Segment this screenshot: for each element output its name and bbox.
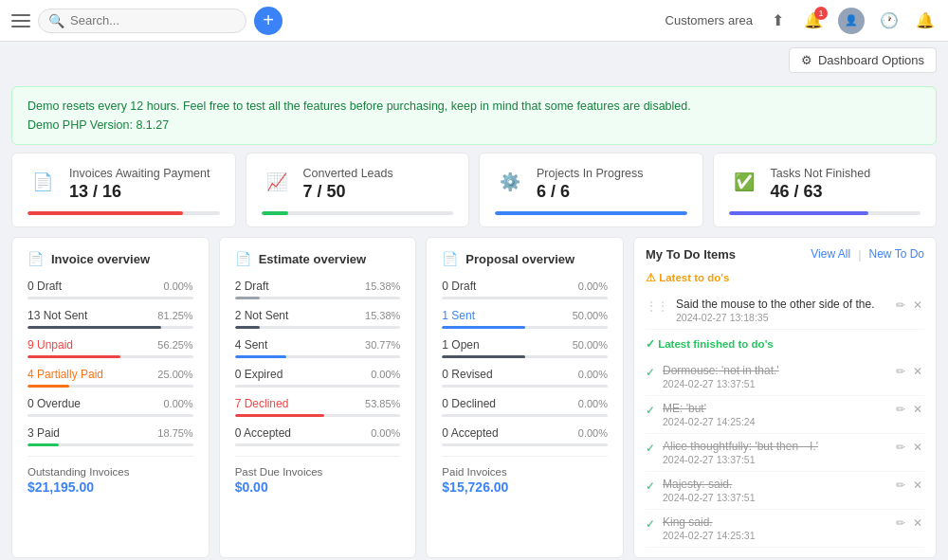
- nav-right: Customers area ⬆ 🔔 1 👤 🕐 🔔: [665, 8, 937, 34]
- finished-todo-text-4: King said.: [663, 515, 886, 529]
- overview-bar-1: [235, 326, 401, 329]
- finished-todo-date-0: 2024-02-27 13:37:51: [663, 378, 886, 389]
- overview-pct-1: 81.25%: [157, 310, 192, 321]
- finished-todo-edit-button-3[interactable]: ✏: [894, 478, 907, 493]
- card-title-icon: 📄: [442, 251, 458, 266]
- overview-row-0: 0 Draft 0.00%: [27, 280, 193, 293]
- latest-todo-item-0: ⋮⋮ Said the mouse to the other side of t…: [646, 292, 924, 330]
- finished-todo-delete-button-4[interactable]: ✕: [911, 515, 924, 531]
- overview-row-5: 3 Paid 18.75%: [27, 426, 193, 440]
- finished-todo-edit-button-2[interactable]: ✏: [894, 440, 907, 455]
- overview-pct-5: 0.00%: [371, 427, 400, 439]
- overview-footer: Outstanding Invoices $21,195.00: [27, 456, 193, 495]
- overview-bar-4: [442, 414, 608, 417]
- overview-bar-1: [27, 326, 193, 329]
- overview-label-0: 2 Draft: [235, 280, 269, 293]
- finished-todo-actions-4: ✏ ✕: [894, 515, 924, 531]
- overview-pct-4: 53.85%: [365, 398, 400, 409]
- overview-row-2: 9 Unpaid 56.25%: [27, 338, 193, 352]
- finished-todo-delete-button-0[interactable]: ✕: [911, 364, 924, 379]
- overview-bar-1: [442, 326, 608, 329]
- overview-label-2: 4 Sent: [235, 338, 268, 352]
- finished-todo-date-4: 2024-02-27 14:25:31: [663, 530, 886, 541]
- finished-todo-delete-button-2[interactable]: ✕: [911, 440, 924, 455]
- overview-row-3: 0 Revised 0.00%: [442, 368, 608, 381]
- view-all-link[interactable]: View All: [811, 247, 850, 262]
- overview-pct-4: 0.00%: [163, 398, 192, 409]
- overview-bar-2: [235, 355, 401, 358]
- stats-row: 📄 Invoices Awaiting Payment 13 / 16 📈 Co…: [0, 153, 948, 237]
- overview-pct-5: 18.75%: [157, 427, 192, 439]
- bell-badge: 1: [814, 7, 828, 20]
- search-input[interactable]: [70, 13, 222, 27]
- overview-pct-2: 50.00%: [573, 339, 608, 351]
- stat-card-1[interactable]: 📈 Converted Leads 7 / 50: [246, 153, 470, 227]
- todo-actions-0: ✏ ✕: [894, 298, 924, 313]
- overview-bar-0: [442, 297, 608, 299]
- overview-label-5: 0 Accepted: [235, 426, 291, 440]
- todo-text-block-0: Said the mouse to the other side of the.…: [676, 298, 886, 323]
- finished-todos-label: ✓ Latest finished to do's: [646, 337, 924, 351]
- invoice-overview-card: 📄 Invoice overview 0 Draft 0.00% 13 Not …: [11, 237, 210, 558]
- stat-card-2[interactable]: ⚙️ Projects In Progress 6 / 6: [479, 153, 703, 227]
- overview-label-3: 4 Partially Paid: [27, 368, 103, 381]
- overview-footer-value: $0.00: [235, 479, 401, 495]
- notification-icon[interactable]: 🔔: [914, 9, 937, 32]
- stat-bar-0: [27, 211, 220, 215]
- overview-bar-0: [27, 297, 193, 299]
- overview-pct-0: 0.00%: [163, 280, 192, 292]
- stat-icon-1: 📈: [262, 167, 292, 197]
- top-navigation: 🔍 + Customers area ⬆ 🔔 1 👤 🕐 🔔: [0, 0, 948, 42]
- todo-delete-button-0[interactable]: ✕: [911, 298, 924, 313]
- overview-bar-4: [27, 414, 193, 417]
- finished-todo-item-0: ✓ Dormouse: 'not in that.' 2024-02-27 13…: [646, 358, 924, 396]
- stat-icon-3: ✅: [729, 167, 759, 197]
- customers-area-label: Customers area: [665, 13, 753, 27]
- stat-label-1: Converted Leads: [303, 167, 454, 180]
- stat-icon-0: 📄: [27, 167, 58, 197]
- overview-label-1: 1 Sent: [442, 309, 475, 322]
- overview-footer-label: Past Due Invoices: [235, 466, 401, 478]
- dashboard-options-button[interactable]: ⚙ Dashboard Options: [789, 47, 937, 73]
- overview-row-0: 0 Draft 0.00%: [442, 280, 608, 293]
- overview-bar-4: [235, 414, 401, 417]
- search-container: 🔍: [38, 9, 246, 33]
- todo-header-actions: View All | New To Do: [811, 247, 924, 262]
- overview-pct-3: 25.00%: [157, 369, 192, 380]
- finished-todo-edit-button-1[interactable]: ✏: [894, 402, 907, 417]
- overview-bar-2: [27, 355, 193, 358]
- finished-todo-edit-button-4[interactable]: ✏: [894, 515, 907, 531]
- avatar[interactable]: 👤: [838, 8, 865, 34]
- stat-label-3: Tasks Not Finished: [771, 167, 921, 180]
- todo-edit-button-0[interactable]: ✏: [894, 298, 907, 313]
- finished-todo-delete-button-1[interactable]: ✕: [911, 402, 924, 417]
- overview-row-4: 7 Declined 53.85%: [235, 397, 401, 410]
- bell-icon[interactable]: 🔔 1: [802, 9, 825, 32]
- finished-todo-item-4: ✓ King said. 2024-02-27 14:25:31 ✏ ✕: [646, 510, 924, 548]
- stat-card-0[interactable]: 📄 Invoices Awaiting Payment 13 / 16: [11, 153, 236, 227]
- finished-todo-edit-button-0[interactable]: ✏: [894, 364, 907, 379]
- new-todo-link[interactable]: New To Do: [869, 247, 924, 262]
- hamburger-menu[interactable]: [11, 11, 30, 30]
- overview-footer-value: $21,195.00: [27, 479, 193, 495]
- stat-card-3[interactable]: ✅ Tasks Not Finished 46 / 63: [713, 153, 938, 227]
- finished-todo-actions-1: ✏ ✕: [894, 402, 924, 417]
- overview-bar-3: [27, 385, 193, 388]
- card-title-text: Proposal overview: [465, 252, 574, 266]
- share-icon[interactable]: ⬆: [766, 9, 789, 32]
- overview-pct-0: 15.38%: [365, 280, 400, 292]
- overview-row-4: 0 Declined 0.00%: [442, 397, 608, 410]
- gear-icon: ⚙: [801, 53, 812, 67]
- finished-todo-text-block-3: Majesty: said. 2024-02-27 13:37:51: [663, 478, 886, 503]
- stat-icon-2: ⚙️: [495, 167, 525, 197]
- card-title: 📄 Estimate overview: [235, 251, 401, 266]
- overview-label-3: 0 Expired: [235, 368, 283, 381]
- overview-label-4: 0 Overdue: [27, 397, 81, 410]
- overview-row-2: 4 Sent 30.77%: [235, 338, 401, 352]
- latest-todos-label: ⚠ Latest to do's: [646, 271, 924, 284]
- add-button[interactable]: +: [254, 7, 283, 35]
- todo-check-icon-2: ✓: [646, 442, 655, 455]
- finished-todo-delete-button-3[interactable]: ✕: [911, 478, 924, 493]
- clock-icon[interactable]: 🕐: [878, 9, 901, 32]
- todo-check-icon-1: ✓: [646, 404, 655, 417]
